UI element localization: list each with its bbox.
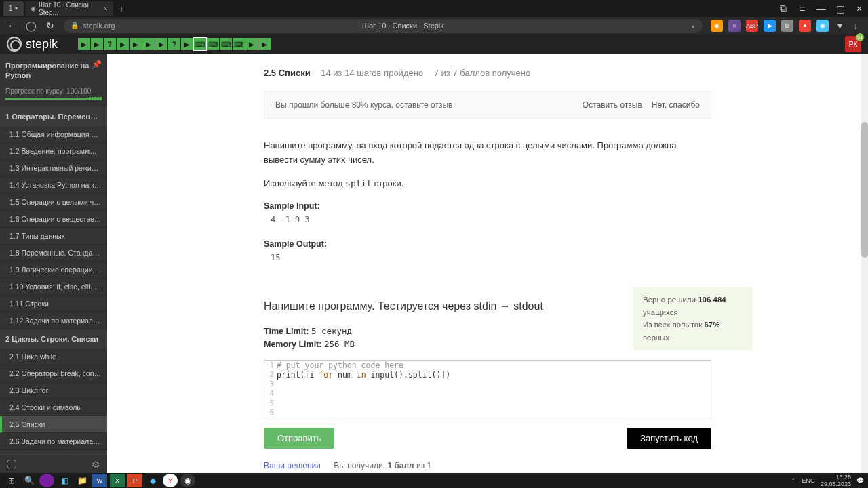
ext-icon-2[interactable]: ○ (728, 20, 741, 32)
step-button-3[interactable]: ? (104, 38, 116, 50)
taskbar-app-2[interactable]: ◧ (57, 474, 72, 487)
ext-abp-icon[interactable]: ABP (746, 20, 758, 32)
stepik-logo[interactable]: stepik (7, 37, 58, 52)
solutions-link[interactable]: Ваши решения (264, 461, 321, 470)
code-line-2: print([i for num in input().split()]) (277, 370, 711, 380)
lesson-item[interactable]: 1.5 Операции с целыми чи... (0, 194, 107, 211)
lesson-item[interactable]: 1.9 Логические операции, ... (0, 262, 107, 279)
fullscreen-icon[interactable]: ⛶ (7, 459, 16, 470)
step-button-7[interactable]: ▶ (155, 38, 167, 50)
user-avatar[interactable]: РК 24 (845, 36, 861, 52)
step-button-8[interactable]: ? (168, 38, 180, 50)
step-button-2[interactable]: ▶ (91, 38, 103, 50)
sample-output-label: Sample Output: (264, 239, 711, 249)
scrollbar-thumb[interactable] (861, 122, 868, 258)
url-input[interactable]: 🔒 stepik.org Шаг 10 · Списки · Stepik ⬥ (64, 19, 703, 33)
maximize-icon[interactable]: ▢ (835, 3, 846, 14)
lesson-item[interactable]: 1.12 Задачи по материала... (0, 312, 107, 329)
back-icon[interactable]: ← (7, 20, 18, 31)
lesson-item[interactable]: 1.8 Переменные. Стандарт... (0, 245, 107, 262)
review-yes-link[interactable]: Оставить отзыв (583, 100, 642, 110)
progress-bar (5, 98, 102, 100)
step-button-15[interactable]: ▶ (258, 38, 271, 50)
excel-icon[interactable]: X (110, 474, 125, 487)
ext-globe-icon[interactable]: ⊕ (781, 20, 793, 32)
word-icon[interactable]: W (92, 474, 107, 487)
close-window-icon[interactable]: × (854, 3, 865, 14)
lesson-item[interactable]: 2.2 Операторы break, conti... (0, 365, 107, 382)
clock[interactable]: 15:28 29.05.2023 (821, 474, 851, 487)
submit-button[interactable]: Отправить (264, 428, 334, 449)
windows-taskbar: ⊞ 🔍 ◧ 📁 W X P ◆ Y ◉ ⌃ ENG 15:28 29.05.20… (0, 473, 868, 488)
url-title: Шаг 10 · Списки · Stepik (115, 22, 691, 30)
step-button-1[interactable]: ▶ (78, 38, 90, 50)
lesson-item[interactable]: 1.2 Введение: программы ... (0, 143, 107, 160)
reload-icon[interactable]: ↻ (45, 20, 56, 31)
window-copy-icon[interactable]: ⧉ (778, 3, 789, 14)
button-row: Отправить Запустить код (264, 428, 711, 449)
lesson-item[interactable]: 1.1 Общая информация о ... (0, 126, 107, 143)
lesson-item[interactable]: 1.6 Операции с веществен... (0, 211, 107, 228)
new-tab-button[interactable]: + (119, 3, 124, 14)
code-editor[interactable]: 1# put your python code here 2print([i f… (264, 360, 711, 418)
step-button-4[interactable]: ▶ (117, 38, 129, 50)
ext-icon-7[interactable]: ◉ (816, 20, 829, 32)
lesson-item[interactable]: 1.11 Строки (0, 296, 107, 312)
vscode-icon[interactable]: ◆ (145, 474, 160, 487)
pin-icon[interactable]: 📌 (92, 60, 102, 69)
section-header-1[interactable]: 1 Операторы. Переменны... (0, 107, 107, 126)
start-icon[interactable]: ⊞ (4, 474, 19, 487)
notifications-icon[interactable]: 💬 (856, 477, 864, 484)
taskbar-app-1[interactable] (39, 474, 54, 487)
downloads-icon[interactable]: ↓ (850, 20, 861, 31)
lesson-item[interactable]: 1.10 Условия: if, else, elif. Б... (0, 279, 107, 296)
lesson-item[interactable]: 2.6 Задачи по материалам... (0, 433, 107, 450)
step-navigation: ▶▶?▶▶▶▶?▶⌨⌨⌨⌨▶▶ (78, 38, 271, 50)
tab-extension[interactable]: 1▾ (3, 1, 24, 16)
lesson-item[interactable]: 2.4 Строки и символы (0, 399, 107, 416)
tray-chevron-icon[interactable]: ⌃ (791, 477, 796, 484)
solutions-row: Ваши решения Вы получили: 1 балл из 1 (264, 461, 711, 470)
sidebar: 📌 Программирование на Python Прогресс по… (0, 54, 107, 473)
language-indicator[interactable]: ENG (802, 477, 815, 484)
step-button-13[interactable]: ⌨ (233, 38, 245, 50)
step-button-12[interactable]: ⌨ (220, 38, 232, 50)
step-button-14[interactable]: ▶ (245, 38, 258, 50)
problem-paragraph-2: Используйте метод split строки. (264, 177, 711, 191)
step-button-11[interactable]: ⌨ (207, 38, 219, 50)
lesson-item[interactable]: 2.1 Цикл while (0, 348, 107, 365)
ext-icon-6[interactable]: ● (799, 20, 811, 32)
problem-paragraph-1: Напишите программу, на вход которой пода… (264, 139, 711, 167)
obs-icon[interactable]: ◉ (180, 474, 195, 487)
search-icon[interactable]: 🔍 (22, 474, 37, 487)
scrollbar[interactable] (861, 54, 868, 473)
step-button-5[interactable]: ▶ (130, 38, 142, 50)
yandex-icon[interactable]: Y (163, 474, 178, 487)
powerpoint-icon[interactable]: P (127, 474, 142, 487)
step-button-6[interactable]: ▶ (142, 38, 155, 50)
lesson-item[interactable]: 1.4 Установка Python на ко... (0, 177, 107, 194)
lesson-item[interactable]: 1.3 Интерактивный режим... (0, 160, 107, 177)
run-code-button[interactable]: Запустить код (627, 428, 711, 449)
step-button-10[interactable]: ⌨ (194, 38, 206, 50)
step-button-9[interactable]: ▶ (181, 38, 193, 50)
minimize-icon[interactable]: — (816, 3, 827, 14)
address-bar: ← ◯ ↻ 🔒 stepik.org Шаг 10 · Списки · Ste… (0, 17, 868, 34)
logo-icon (7, 37, 22, 52)
collections-icon[interactable]: ▾ (834, 20, 845, 31)
lesson-item[interactable]: 2.3 Цикл for (0, 382, 107, 399)
ext-icon-1[interactable]: ◉ (711, 20, 723, 32)
shield-icon[interactable]: ◯ (26, 20, 37, 31)
tab-close-icon[interactable]: × (103, 4, 108, 14)
review-no-link[interactable]: Нет, спасибо (652, 100, 700, 110)
section-header-2[interactable]: 2 Циклы. Строки. Списки (0, 329, 107, 348)
bookmark-icon[interactable]: ⬥ (691, 22, 696, 30)
tab-active[interactable]: ◈ Шаг 10 · Списки · Step... × (25, 1, 113, 16)
lesson-item[interactable]: 2.5 Списки (0, 416, 107, 433)
breadcrumb-progress: 14 из 14 шагов пройдено (321, 68, 423, 78)
ext-icon-4[interactable]: ▶ (764, 20, 776, 32)
menu-icon[interactable]: ≡ (797, 3, 808, 14)
settings-icon[interactable]: ⚙ (92, 459, 100, 470)
file-explorer-icon[interactable]: 📁 (75, 474, 90, 487)
lesson-item[interactable]: 1.7 Типы данных (0, 228, 107, 245)
